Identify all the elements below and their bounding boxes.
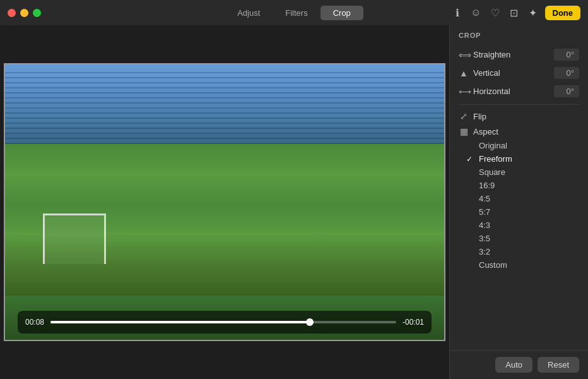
vertical-row: ▲ Vertical 0° <box>459 64 579 82</box>
done-button[interactable]: Done <box>545 6 581 20</box>
aspect-item-freeform[interactable]: ✓ Freeform <box>461 152 577 165</box>
minimize-button[interactable] <box>20 9 28 17</box>
aspect-4-5-label: 4:5 <box>479 194 490 203</box>
progress-fill <box>50 321 310 323</box>
flip-icon: ⤢ <box>459 111 469 121</box>
progress-bar[interactable] <box>50 321 396 323</box>
aspect-square-label: Square <box>479 167 505 177</box>
aspect-5-7-label: 5:7 <box>479 207 490 217</box>
toolbar-right: ℹ ☺ ♡ ⊡ ✦ Done <box>450 6 581 20</box>
check-freeform: ✓ <box>466 155 475 164</box>
aspect-custom-label: Custom <box>479 260 507 270</box>
video-container: 00:08 -00:01 <box>4 63 445 341</box>
aspect-original-label: Original <box>479 141 507 150</box>
maximize-button[interactable] <box>33 9 41 17</box>
titlebar: Adjust Filters Crop ℹ ☺ ♡ ⊡ ✦ Done <box>0 0 588 25</box>
aspect-item-3-5[interactable]: 3:5 <box>461 232 577 245</box>
crop-icon[interactable]: ⊡ <box>507 6 521 20</box>
panel-bottom: Auto Reset <box>450 350 588 379</box>
aspect-3-2-label: 3:2 <box>479 247 490 256</box>
aspect-3-5-label: 3:5 <box>479 234 490 243</box>
wand-icon[interactable]: ✦ <box>526 6 540 20</box>
horizontal-text: Horizontal <box>473 87 510 96</box>
auto-button[interactable]: Auto <box>495 357 532 373</box>
aspect-16-9-label: 16:9 <box>479 181 495 190</box>
aspect-freeform-label: Freeform <box>479 154 512 164</box>
panel-title: CROP <box>459 32 579 39</box>
progress-thumb[interactable] <box>306 318 314 326</box>
vertical-label: ▲ Vertical <box>459 68 500 78</box>
heart-icon[interactable]: ♡ <box>488 6 502 20</box>
straighten-row: ⟺ Straighten 0° <box>459 45 579 64</box>
horizontal-row: ⟷ Horizontal 0° <box>459 82 579 100</box>
main-content: 00:08 -00:01 <box>0 25 449 379</box>
video-scene <box>5 64 444 340</box>
emoji-icon[interactable]: ☺ <box>469 6 483 20</box>
aspect-item-4-3[interactable]: 4:3 <box>461 219 577 232</box>
tab-filters[interactable]: Filters <box>273 6 320 20</box>
nav-tabs: Adjust Filters Crop <box>225 6 363 20</box>
info-icon[interactable]: ℹ <box>450 6 464 20</box>
aspect-section[interactable]: ▦ Aspect <box>459 124 579 139</box>
aspect-item-square[interactable]: Square <box>461 165 577 179</box>
window-controls <box>8 9 41 17</box>
horizontal-icon: ⟷ <box>459 87 469 97</box>
aspect-item-16-9[interactable]: 16:9 <box>461 179 577 192</box>
close-button[interactable] <box>8 9 16 17</box>
video-controls: 00:08 -00:01 <box>18 311 432 334</box>
reset-button[interactable]: Reset <box>538 357 579 373</box>
vertical-text: Vertical <box>473 68 500 78</box>
straighten-value[interactable]: 0° <box>554 49 579 61</box>
right-panel: CROP ⟺ Straighten 0° ▲ Vertical 0° ⟷ Hor… <box>449 25 588 379</box>
aspect-list: Original ✓ Freeform Square 16:9 4:5 5:7 <box>459 139 579 272</box>
aspect-4-3-label: 4:3 <box>479 220 490 230</box>
remaining-time: -00:01 <box>403 318 424 327</box>
horizontal-value[interactable]: 0° <box>554 85 579 97</box>
video-frame[interactable]: 00:08 -00:01 <box>4 63 445 341</box>
vertical-value[interactable]: 0° <box>554 67 579 79</box>
aspect-item-5-7[interactable]: 5:7 <box>461 205 577 219</box>
flip-label: Flip <box>473 112 486 121</box>
horizontal-label: ⟷ Horizontal <box>459 87 510 97</box>
panel-section: CROP ⟺ Straighten 0° ▲ Vertical 0° ⟷ Hor… <box>450 25 588 350</box>
straighten-label: ⟺ Straighten <box>459 50 510 60</box>
goal-post <box>43 214 106 264</box>
divider-1 <box>459 104 579 105</box>
aspect-label: Aspect <box>473 127 498 136</box>
aspect-item-original[interactable]: Original <box>461 139 577 152</box>
aspect-icon: ▦ <box>459 126 469 136</box>
straighten-text: Straighten <box>473 50 510 59</box>
tab-crop[interactable]: Crop <box>320 6 363 20</box>
flip-section[interactable]: ⤢ Flip <box>459 109 579 124</box>
aspect-item-custom[interactable]: Custom <box>461 258 577 272</box>
aspect-item-4-5[interactable]: 4:5 <box>461 192 577 205</box>
current-time: 00:08 <box>25 318 44 327</box>
aspect-item-3-2[interactable]: 3:2 <box>461 245 577 258</box>
straighten-icon: ⟺ <box>459 50 469 60</box>
vertical-icon: ▲ <box>459 68 469 78</box>
tab-adjust[interactable]: Adjust <box>225 6 273 20</box>
